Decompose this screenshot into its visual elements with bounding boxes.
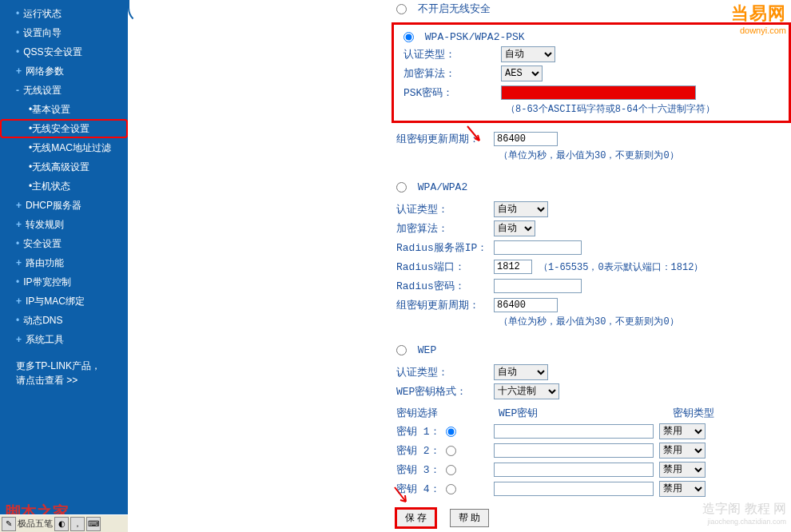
ime-btn-2[interactable]: ， — [70, 517, 85, 531]
wep-title: WEP — [418, 344, 436, 356]
help-button[interactable]: 帮 助 — [450, 509, 489, 527]
nav-wireless-security[interactable]: •无线安全设置 — [0, 119, 128, 138]
nav-system[interactable]: +系统工具 — [0, 330, 128, 349]
ime-btn-1[interactable]: ◐ — [54, 517, 69, 531]
nav-qss[interactable]: •QSS安全设置 — [0, 42, 128, 62]
ime-taskbar: ✎ 极品五笔 ◐ ， ⌨ — [0, 514, 128, 532]
radio-wpa[interactable] — [396, 182, 407, 193]
wpa-enc-label: 加密算法： — [392, 221, 494, 236]
wpa-psk-group-input[interactable] — [494, 132, 558, 146]
radius-port-hint: （1-65535，0表示默认端口：1812） — [539, 260, 703, 274]
wep-header-type: 密钥类型 — [673, 406, 714, 420]
nav-network[interactable]: +网络参数 — [0, 62, 128, 81]
nav-security[interactable]: •安全设置 — [0, 234, 128, 253]
wep-auth-label: 认证类型： — [392, 365, 494, 379]
nav-wireless-mac[interactable]: •无线MAC地址过滤 — [0, 138, 128, 157]
wep-key3-radio[interactable] — [446, 465, 456, 475]
wep-key2-label: 密钥 2： — [396, 445, 440, 457]
wpa-psk-highlight-box: WPA-PSK/WPA2-PSK 认证类型： 自动 加密算法： AES PSK密… — [392, 22, 791, 123]
nav-wireless[interactable]: -无线设置 — [0, 81, 128, 100]
wep-key3-label: 密钥 3： — [396, 464, 440, 476]
wep-key1-radio[interactable] — [446, 427, 456, 437]
nav-forward[interactable]: +转发规则 — [0, 215, 128, 234]
wep-key2-radio[interactable] — [446, 446, 456, 456]
wep-fmt-select[interactable]: 十六进制 — [494, 383, 559, 399]
wpa-psk-group-hint: （单位为秒，最小值为30，不更新则为0） — [392, 149, 791, 162]
nav-route[interactable]: +路由功能 — [0, 253, 128, 272]
more-tplink-link[interactable]: 更多TP-LINK产品， 请点击查看 >> — [0, 349, 128, 387]
wep-key4-radio[interactable] — [446, 484, 456, 494]
wep-header-select: 密钥选择 — [396, 406, 499, 420]
wpa-psk-auth-label: 认证类型： — [399, 47, 501, 62]
watermark-bottom-right: 造字阁 教程 网 jiaocheng.chazidian.com — [702, 501, 786, 526]
nav-status[interactable]: •运行状态 — [0, 4, 128, 23]
wep-key1-type[interactable]: 禁用 — [659, 423, 706, 439]
radio-disable-security[interactable] — [396, 4, 407, 14]
radius-ip-label: Radius服务器IP： — [392, 240, 494, 255]
sidebar: •运行状态 •设置向导 •QSS安全设置 +网络参数 -无线设置 •基本设置 •… — [0, 0, 128, 532]
footer-buttons: 保 存 帮 助 — [396, 509, 500, 527]
content-area: 不开启无线安全 WPA-PSK/WPA2-PSK 认证类型： 自动 加密算法： … — [128, 0, 791, 532]
wpa-group-label: 组密钥更新周期： — [392, 298, 494, 312]
wpa-group-input[interactable] — [494, 298, 558, 312]
ime-icon[interactable]: ✎ — [2, 517, 16, 531]
wep-key2-type[interactable]: 禁用 — [659, 443, 706, 459]
wep-key2-input[interactable] — [494, 443, 654, 458]
radio-wpa-psk[interactable] — [403, 32, 414, 42]
wep-key4-input[interactable] — [494, 482, 654, 496]
ime-label: 极品五笔 — [18, 518, 53, 530]
nav-wireless-adv[interactable]: •无线高级设置 — [0, 157, 128, 177]
wep-key1-label: 密钥 1： — [396, 426, 440, 438]
wep-header-key: WEP密钥 — [499, 406, 673, 420]
nav-wireless-host[interactable]: •主机状态 — [0, 177, 128, 196]
radius-port-input[interactable] — [494, 260, 532, 274]
wpa-psk-enc-select[interactable]: AES — [501, 66, 543, 81]
watermark-top-right: 当易网 downyi.com — [731, 2, 786, 35]
wpa-auth-select[interactable]: 自动 — [494, 201, 548, 217]
wpa-enc-select[interactable]: 自动 — [494, 220, 535, 236]
nav-ipmac[interactable]: +IP与MAC绑定 — [0, 292, 128, 311]
wep-key3-type[interactable]: 禁用 — [659, 462, 706, 478]
ime-btn-3[interactable]: ⌨ — [86, 517, 101, 531]
wep-key4-type[interactable]: 禁用 — [659, 481, 706, 497]
nav-wizard[interactable]: •设置向导 — [0, 23, 128, 42]
wep-key3-input[interactable] — [494, 463, 654, 477]
wpa-psk-auth-select[interactable]: 自动 — [501, 46, 555, 62]
wep-fmt-label: WEP密钥格式： — [392, 384, 494, 399]
nav-qos[interactable]: •IP带宽控制 — [0, 272, 128, 292]
annotation-arrow-save — [390, 486, 412, 508]
radius-port-label: Radius端口： — [392, 260, 494, 274]
radius-pwd-input[interactable] — [494, 279, 582, 293]
wpa-title: WPA/WPA2 — [418, 181, 467, 193]
save-button[interactable]: 保 存 — [396, 509, 435, 527]
wpa-psk-enc-label: 加密算法： — [399, 66, 501, 81]
annotation-arrow-groupkey — [463, 125, 487, 149]
nav-dhcp[interactable]: +DHCP服务器 — [0, 196, 128, 215]
decorative-curve — [128, 0, 148, 24]
wpa-group-hint: （单位为秒，最小值为30，不更新则为0） — [392, 315, 791, 328]
radio-wep[interactable] — [396, 345, 407, 355]
wpa-auth-label: 认证类型： — [392, 202, 494, 216]
nav-ddns[interactable]: •动态DNS — [0, 311, 128, 330]
disable-security-label: 不开启无线安全 — [418, 3, 491, 15]
psk-password-input[interactable] — [501, 85, 696, 100]
wpa-psk-pwd-label: PSK密码： — [399, 85, 501, 100]
wpa-psk-title: WPA-PSK/WPA2-PSK — [425, 31, 525, 43]
radius-pwd-label: Radius密码： — [392, 279, 494, 293]
radius-ip-input[interactable] — [494, 240, 582, 255]
wep-auth-select[interactable]: 自动 — [494, 364, 548, 380]
wep-key1-input[interactable] — [494, 424, 654, 439]
psk-hint: （8-63个ASCII码字符或8-64个十六进制字符） — [399, 102, 784, 116]
nav-wireless-basic[interactable]: •基本设置 — [0, 100, 128, 119]
